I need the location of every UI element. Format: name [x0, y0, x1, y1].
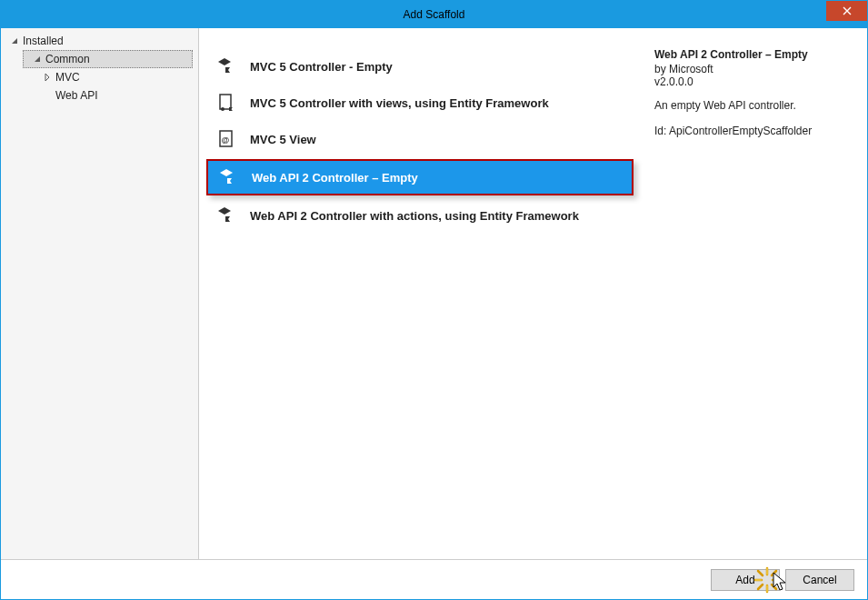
titlebar: Add Scaffold [1, 1, 867, 28]
footer: Add Cancel [1, 559, 867, 599]
svg-point-1 [221, 107, 224, 111]
details-panel: Web API 2 Controller – Empty by Microsof… [649, 28, 867, 559]
content-area: Installed Common [1, 28, 867, 559]
template-list: MVC 5 Controller - Empty MVC 5 Controlle… [206, 48, 634, 234]
svg-text:@: @ [222, 135, 230, 145]
list-item-label: Web API 2 Controller – Empty [252, 171, 418, 185]
controller-views-icon [215, 92, 237, 114]
details-title: Web API 2 Controller – Empty [654, 48, 854, 61]
tree-item-installed[interactable]: Installed [1, 32, 198, 50]
list-item-label: MVC 5 View [250, 133, 316, 146]
list-item-label: Web API 2 Controller with actions, using… [250, 209, 579, 223]
tree-grandchildren: MVC Web API [17, 68, 198, 105]
list-item[interactable]: MVC 5 Controller - Empty [206, 48, 634, 85]
template-list-panel: MVC 5 Controller - Empty MVC 5 Controlle… [199, 28, 649, 559]
tree-label: Web API [55, 89, 97, 102]
cancel-button[interactable]: Cancel [785, 569, 854, 591]
tree-label: Common [45, 53, 90, 65]
button-label: Cancel [803, 574, 836, 586]
dialog-body: Installed Common [1, 28, 867, 599]
details-description: An empty Web API controller. [654, 99, 854, 112]
list-item-selected[interactable]: Web API 2 Controller – Empty [206, 159, 634, 195]
tree-children: Common MVC Web API [1, 50, 198, 105]
controller-icon [215, 55, 237, 77]
tree-item-webapi[interactable]: Web API [34, 86, 198, 105]
sidebar: Installed Common [1, 28, 199, 559]
tree: Installed Common [1, 28, 198, 105]
controller-icon [215, 205, 237, 226]
list-item-label: MVC 5 Controller with views, using Entit… [250, 96, 549, 110]
dialog-window: Add Scaffold Installed [0, 0, 868, 600]
collapse-icon [33, 55, 42, 64]
button-label: Add [735, 574, 754, 586]
close-button[interactable] [826, 1, 867, 21]
svg-rect-0 [220, 95, 231, 109]
close-icon [843, 6, 852, 15]
list-item[interactable]: @ MVC 5 View [206, 121, 634, 157]
window-title: Add Scaffold [404, 8, 465, 21]
details-id: Id: ApiControllerEmptyScaffolder [654, 125, 854, 137]
controller-icon [217, 166, 239, 188]
list-item[interactable]: Web API 2 Controller with actions, using… [206, 197, 634, 234]
details-author: by Microsoft [654, 63, 854, 75]
collapse-icon [10, 36, 19, 45]
details-version: v2.0.0.0 [654, 75, 854, 88]
list-item-label: MVC 5 Controller - Empty [250, 60, 393, 74]
tree-item-common[interactable]: Common [23, 50, 193, 68]
list-item[interactable]: MVC 5 Controller with views, using Entit… [206, 85, 634, 121]
tree-label: Installed [23, 35, 64, 47]
add-button[interactable]: Add [711, 569, 780, 591]
tree-item-mvc[interactable]: MVC [34, 68, 198, 86]
view-icon: @ [215, 128, 237, 150]
tree-label: MVC [55, 71, 80, 84]
expand-icon [43, 73, 52, 82]
